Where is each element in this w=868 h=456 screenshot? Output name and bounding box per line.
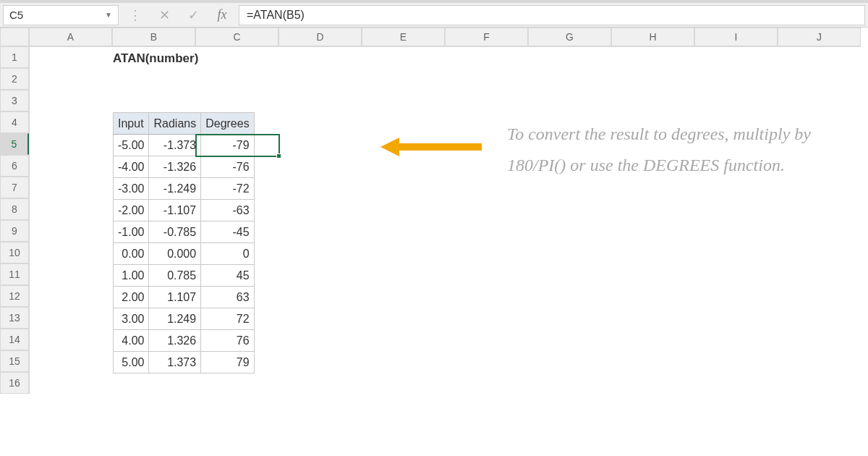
row-header[interactable]: 12 [0, 285, 29, 307]
cell[interactable]: -63 [201, 200, 254, 221]
data-zone: ATAN(number) Input Radians Degrees -5.00… [30, 47, 198, 69]
col-input[interactable]: Input [114, 113, 149, 135]
cell[interactable]: 45 [201, 265, 254, 287]
col-header[interactable]: I [694, 28, 778, 46]
row-header[interactable]: 7 [0, 177, 29, 198]
table-row: 3.001.24972 [114, 308, 255, 330]
cell[interactable]: -45 [201, 221, 254, 243]
table-row: 1.000.78545 [114, 265, 255, 287]
col-header[interactable]: B [112, 28, 195, 46]
row-header[interactable]: 14 [0, 329, 29, 350]
cell[interactable]: 63 [201, 287, 254, 308]
cell[interactable]: -2.00 [114, 200, 149, 221]
cancel-icon[interactable]: ✕ [152, 7, 176, 23]
table-row: 2.001.10763 [114, 287, 255, 308]
cell[interactable]: 1.326 [149, 330, 201, 352]
cell[interactable]: 1.107 [149, 287, 201, 308]
formula-bar: C5 ▼ ⋮ ✕ ✓ fx =ATAN(B5) [0, 0, 868, 28]
col-header[interactable]: C [195, 28, 278, 46]
cell[interactable]: -5.00 [114, 135, 149, 156]
name-box-value: C5 [9, 9, 23, 21]
col-degrees[interactable]: Degrees [201, 113, 254, 135]
table-row: -5.00-1.373-79 [114, 135, 255, 156]
cell[interactable]: -76 [201, 156, 254, 178]
spreadsheet: A B C D E F G H I J 1 2 3 4 5 6 7 8 9 10… [0, 28, 868, 456]
row-header[interactable]: 1 [0, 46, 29, 68]
cell[interactable]: -79 [201, 135, 254, 156]
cell[interactable]: -1.326 [149, 156, 201, 178]
row-header[interactable]: 10 [0, 242, 29, 263]
cell[interactable]: 76 [201, 330, 254, 352]
row-header[interactable]: 2 [0, 68, 29, 90]
cell[interactable]: 3.00 [114, 308, 149, 330]
formula-text: =ATAN(B5) [247, 9, 305, 22]
row-header[interactable]: 16 [0, 372, 29, 394]
cell[interactable]: 1.00 [114, 265, 149, 287]
cell[interactable]: 79 [201, 352, 254, 373]
col-header[interactable]: E [362, 28, 445, 46]
cell[interactable]: 1.373 [149, 352, 201, 373]
fx-icon[interactable]: fx [210, 7, 234, 22]
cell[interactable]: -4.00 [114, 156, 149, 178]
cell[interactable]: 1.249 [149, 308, 201, 330]
table-row: -1.00-0.785-45 [114, 221, 255, 243]
table-title: ATAN(number) [30, 47, 198, 69]
cell[interactable]: -1.00 [114, 221, 149, 243]
col-header[interactable]: J [778, 28, 861, 46]
cell[interactable]: -0.785 [149, 221, 201, 243]
col-header[interactable]: F [445, 28, 528, 46]
table-row: 4.001.32676 [114, 330, 255, 352]
table-row: 5.001.37379 [114, 352, 255, 373]
cell[interactable]: -1.249 [149, 178, 201, 200]
cell[interactable]: 0 [201, 243, 254, 265]
annotation-text: To convert the result to degrees, multip… [507, 119, 854, 181]
row-header[interactable]: 13 [0, 307, 29, 329]
cell[interactable]: 5.00 [114, 352, 149, 373]
formula-bar-expand-icon[interactable]: ⋮ [123, 7, 148, 23]
formula-input[interactable]: =ATAN(B5) [239, 5, 865, 25]
table-row: -3.00-1.249-72 [114, 178, 255, 200]
col-header[interactable]: H [611, 28, 694, 46]
cell[interactable]: 2.00 [114, 287, 149, 308]
col-header[interactable]: A [29, 28, 112, 46]
col-header[interactable]: D [278, 28, 362, 46]
cell[interactable]: -72 [201, 178, 254, 200]
row-header[interactable]: 15 [0, 350, 29, 372]
cell[interactable]: 4.00 [114, 330, 149, 352]
cell[interactable]: 0.785 [149, 265, 201, 287]
annotation-arrow-icon [380, 136, 482, 158]
cell[interactable]: -3.00 [114, 178, 149, 200]
table-row: 0.000.0000 [114, 243, 255, 265]
row-header[interactable]: 6 [0, 155, 29, 177]
row-header[interactable]: 3 [0, 90, 29, 111]
name-box[interactable]: C5 ▼ [3, 5, 119, 25]
cell[interactable]: -1.373 [149, 135, 201, 156]
row-header[interactable]: 9 [0, 220, 29, 242]
enter-icon[interactable]: ✓ [181, 7, 205, 23]
cell[interactable]: 0.00 [114, 243, 149, 265]
row-header[interactable]: 11 [0, 263, 29, 285]
name-box-dropdown-icon[interactable]: ▼ [105, 11, 112, 19]
cell[interactable]: -1.107 [149, 200, 201, 221]
svg-marker-0 [380, 138, 482, 156]
data-table: Input Radians Degrees -5.00-1.373-79 -4.… [113, 112, 255, 373]
table-row: -2.00-1.107-63 [114, 200, 255, 221]
table-row: -4.00-1.326-76 [114, 156, 255, 178]
row-header[interactable]: 8 [0, 198, 29, 220]
cell[interactable]: 0.000 [149, 243, 201, 265]
row-header-active[interactable]: 5 [0, 133, 29, 155]
cell[interactable]: 72 [201, 308, 254, 330]
col-radians[interactable]: Radians [149, 113, 201, 135]
table-header-row: Input Radians Degrees [114, 113, 255, 135]
col-header[interactable]: G [528, 28, 611, 46]
select-all-corner[interactable] [0, 28, 29, 46]
row-header[interactable]: 4 [0, 111, 29, 133]
